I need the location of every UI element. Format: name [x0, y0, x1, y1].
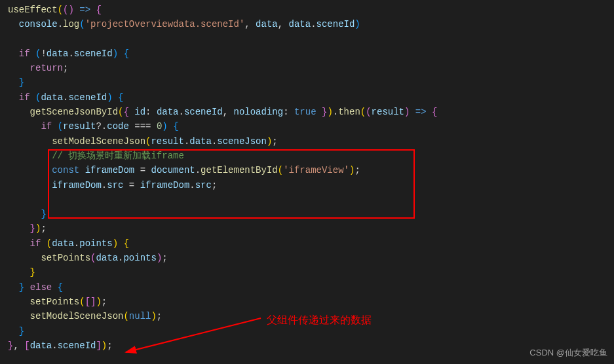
watermark: CSDN @仙女爱吃鱼: [529, 346, 607, 360]
func-useEffect: useEffect: [8, 5, 58, 15]
comment-reload-iframe: // 切换场景时重新加载iframe: [52, 151, 184, 161]
code-block: useEffect(() => { console.log('projectOv…: [0, 0, 614, 353]
annotation-parent-data: 父组件传递过来的数据: [267, 313, 372, 327]
